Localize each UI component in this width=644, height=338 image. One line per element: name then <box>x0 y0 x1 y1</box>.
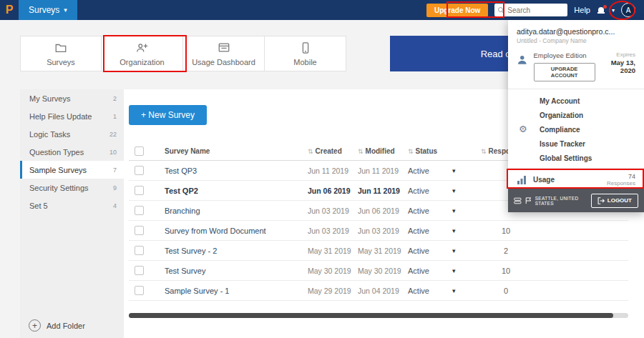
status-value: Active <box>408 287 452 295</box>
table-row: Test Survey May 30 2019 May 30 2019 Acti… <box>129 261 628 281</box>
survey-name-link[interactable]: Test QP3 <box>165 166 308 175</box>
tab-usage-dashboard[interactable]: Usage Dashboard <box>183 36 265 71</box>
sidebar-item-help-files-update[interactable]: Help Files Update 1 <box>20 107 124 125</box>
sidebar-item-label: Help Files Update <box>29 112 92 121</box>
row-checkbox[interactable] <box>135 266 144 275</box>
sidebar-item-label: Question Types <box>29 148 84 156</box>
user-menu-footer: SEATTLE, UNITED STATES LOGOUT <box>508 189 644 212</box>
datacenter-location: SEATTLE, UNITED STATES <box>535 196 587 206</box>
logout-button[interactable]: LOGOUT <box>591 194 638 208</box>
search-box[interactable] <box>494 4 567 16</box>
organization-people-icon <box>136 41 149 54</box>
row-checkbox[interactable] <box>135 226 144 235</box>
app-root: P Surveys ▾ Upgrade Now Help ▾ A Surveys… <box>0 0 644 338</box>
usage-row[interactable]: Usage 74 Responses <box>508 168 644 191</box>
status-value: Active <box>408 227 452 235</box>
modified-date: Jun 11 2019 <box>358 187 408 195</box>
scrollbar-thumb[interactable] <box>129 313 613 318</box>
notifications-bell-icon[interactable] <box>597 6 605 14</box>
status-dropdown-caret-icon[interactable]: ▾ <box>452 227 481 234</box>
survey-name-link[interactable]: Branching <box>165 207 308 215</box>
row-checkbox[interactable] <box>135 286 144 295</box>
status-dropdown-caret-icon[interactable]: ▾ <box>452 267 481 274</box>
survey-name-link[interactable]: Test Survey <box>165 267 308 275</box>
menu-item-organization[interactable]: Organization <box>508 108 644 122</box>
tab-mobile[interactable]: Mobile <box>265 36 346 71</box>
chevron-down-icon: ▾ <box>64 6 67 14</box>
usage-label: Usage <box>533 176 555 184</box>
survey-name-link[interactable]: Test QP2 <box>165 187 308 195</box>
expires-block: Expires May 13, 2020 <box>595 51 635 74</box>
status-dropdown-caret-icon[interactable]: ▾ <box>452 247 481 254</box>
status-value: Active <box>408 247 452 255</box>
responses-count: 10 <box>481 227 531 235</box>
sidebar-item-security-settings[interactable]: Security Settings 9 <box>20 179 124 197</box>
user-company: Untitled - Company Name <box>517 37 635 44</box>
menu-item-issue-tracker[interactable]: Issue Tracker <box>508 136 644 151</box>
sort-icon[interactable]: ⇅ <box>358 148 364 155</box>
nav-tabs: Surveys Organization Usage Dashboard Mob… <box>20 36 346 71</box>
flag-icon <box>525 197 532 205</box>
survey-name-link[interactable]: Survey from Word Document <box>165 227 308 235</box>
tab-organization[interactable]: Organization <box>102 36 183 71</box>
horizontal-scrollbar[interactable] <box>129 313 628 318</box>
new-survey-button[interactable]: + New Survey <box>129 105 207 125</box>
row-checkbox[interactable] <box>135 206 144 215</box>
user-avatar[interactable]: A <box>621 3 635 17</box>
table-row: Survey from Word Document Jun 03 2019 Ju… <box>129 221 628 241</box>
sidebar-item-logic-tasks[interactable]: Logic Tasks 22 <box>20 125 124 143</box>
menu-item-compliance[interactable]: ⚙ Compliance <box>508 122 644 136</box>
survey-name-link[interactable]: Test Survey - 2 <box>165 247 308 255</box>
status-value: Active <box>408 267 452 275</box>
status-dropdown-caret-icon[interactable]: ▾ <box>452 167 481 174</box>
upgrade-account-button[interactable]: UPGRADE ACCOUNT <box>534 63 595 81</box>
surveys-product-menu[interactable]: Surveys ▾ <box>19 0 77 20</box>
search-input[interactable] <box>507 6 563 14</box>
add-folder-button[interactable]: + Add Folder <box>29 319 85 332</box>
sidebar-item-label: Logic Tasks <box>29 130 70 139</box>
sort-icon[interactable]: ⇅ <box>308 148 313 155</box>
survey-name-link[interactable]: Sample Survey - 1 <box>165 287 308 295</box>
edition-column: Employee Edition UPGRADE ACCOUNT <box>534 51 595 81</box>
column-header-status[interactable]: ⇅Status <box>408 147 452 155</box>
usage-sub: Responses <box>607 180 635 187</box>
modified-date: May 30 2019 <box>358 267 408 275</box>
sidebar-item-set-5[interactable]: Set 5 4 <box>20 197 124 214</box>
sidebar-item-question-types[interactable]: Question Types 10 <box>20 143 124 161</box>
sort-icon[interactable]: ⇅ <box>408 148 414 155</box>
dashboard-icon <box>218 41 230 54</box>
help-link[interactable]: Help <box>574 6 590 14</box>
row-checkbox[interactable] <box>135 186 144 195</box>
sidebar-item-my-surveys[interactable]: My Surveys 2 <box>20 89 124 107</box>
modified-date: Jun 03 2019 <box>358 227 408 235</box>
modified-date: Jun 04 2019 <box>358 287 408 295</box>
status-value: Active <box>408 207 452 215</box>
sidebar-item-count: 2 <box>113 95 117 102</box>
modified-date: Jun 06 2019 <box>358 207 408 215</box>
column-header-modified[interactable]: ⇅Modified <box>358 147 408 155</box>
row-checkbox[interactable] <box>135 166 144 175</box>
status-dropdown-caret-icon[interactable]: ▾ <box>452 207 481 214</box>
expires-date: May 13, 2020 <box>595 59 635 74</box>
sidebar: My Surveys 2 Help Files Update 1 Logic T… <box>20 89 124 338</box>
bar-chart-icon <box>517 175 527 184</box>
column-header-created[interactable]: ⇅Created <box>308 147 358 155</box>
mobile-phone-icon <box>299 41 312 54</box>
logout-label: LOGOUT <box>608 197 632 204</box>
status-dropdown-caret-icon[interactable]: ▾ <box>452 187 481 194</box>
row-checkbox[interactable] <box>135 246 144 255</box>
sort-icon[interactable]: ⇅ <box>481 148 487 155</box>
menu-item-global-settings[interactable]: Global Settings <box>508 151 644 165</box>
created-date: Jun 03 2019 <box>308 207 358 215</box>
tab-surveys[interactable]: Surveys <box>20 36 102 71</box>
status-dropdown-caret-icon[interactable]: ▾ <box>452 287 481 294</box>
tab-label: Usage Dashboard <box>192 58 255 66</box>
sidebar-item-sample-surveys[interactable]: Sample Surveys 7 <box>20 161 124 179</box>
column-header-survey-name[interactable]: Survey Name <box>165 147 308 155</box>
select-all-checkbox[interactable] <box>135 146 144 156</box>
chevron-down-icon[interactable]: ▾ <box>612 7 615 14</box>
upgrade-now-button[interactable]: Upgrade Now <box>426 4 488 17</box>
menu-item-my-account[interactable]: My Account <box>508 94 644 108</box>
surveys-product-menu-label: Surveys <box>29 5 59 15</box>
notification-badge <box>603 5 607 9</box>
